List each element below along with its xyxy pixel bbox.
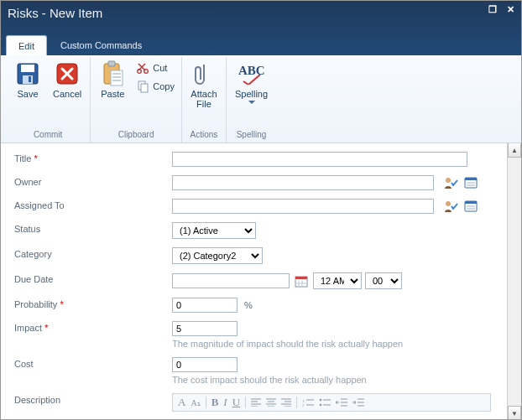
svg-point-12: [144, 70, 149, 74]
field-hint: The magnitude of impact should the risk …: [172, 339, 502, 349]
button-label: Paste: [101, 89, 124, 99]
outdent-button[interactable]: [336, 398, 347, 407]
field-label: Cost: [14, 359, 34, 369]
tab-label: Custom Commands: [60, 40, 142, 50]
ribbon-group-clipboard: Paste Cut Copy Clipboard: [91, 57, 182, 143]
align-left-button[interactable]: [251, 398, 261, 407]
highlight-button[interactable]: A₁: [191, 398, 200, 407]
maximize-button[interactable]: ❐: [487, 5, 499, 15]
owner-input[interactable]: [172, 175, 434, 190]
save-button[interactable]: Save: [11, 59, 44, 101]
scroll-up-button[interactable]: ▲: [508, 143, 521, 158]
group-label: Actions: [187, 127, 221, 143]
italic-button[interactable]: I: [223, 396, 227, 409]
row-probability: Probability * %: [14, 298, 502, 313]
spelling-icon: ABC: [238, 60, 265, 87]
paste-button[interactable]: Paste: [96, 59, 129, 101]
field-label: Impact: [14, 323, 42, 333]
align-right-button[interactable]: [281, 398, 291, 407]
tab-edit[interactable]: Edit: [6, 35, 47, 55]
vertical-scrollbar[interactable]: ▲ ▼: [507, 143, 521, 420]
cost-input[interactable]: [172, 357, 238, 372]
window-title: Risks - New Item: [8, 6, 102, 20]
svg-rect-7: [111, 70, 123, 86]
ribbon-group-commit: Save Cancel Commit: [6, 57, 91, 143]
attach-file-button[interactable]: Attach File: [187, 59, 221, 111]
svg-rect-6: [108, 61, 115, 66]
probability-input[interactable]: [172, 298, 238, 313]
group-label: Spelling: [232, 127, 271, 143]
cancel-button[interactable]: Cancel: [50, 59, 85, 101]
category-select[interactable]: (2) Category2: [172, 247, 263, 264]
svg-rect-2: [23, 75, 33, 84]
cancel-icon: [54, 60, 81, 87]
date-picker-button[interactable]: [293, 273, 310, 288]
ribbon-group-actions: Attach File Actions: [182, 57, 227, 143]
percent-label: %: [244, 300, 253, 310]
svg-text:2: 2: [302, 403, 305, 407]
title-input[interactable]: [172, 152, 467, 167]
align-center-button[interactable]: [266, 398, 276, 407]
window-header: Risks - New Item ❐ ✕ Edit Custom Command…: [1, 1, 521, 55]
svg-rect-27: [295, 277, 307, 279]
scroll-down-button[interactable]: ▼: [508, 406, 521, 420]
button-label: Cancel: [53, 89, 81, 99]
cut-button[interactable]: Cut: [134, 60, 176, 75]
assigned-to-input[interactable]: [172, 199, 434, 214]
bullet-list-button[interactable]: [319, 398, 331, 407]
svg-rect-23: [465, 201, 477, 204]
tab-label: Edit: [18, 41, 34, 51]
ribbon: Save Cancel Commit Paste: [1, 55, 521, 143]
svg-text:ABC: ABC: [238, 64, 265, 77]
dropdown-arrow-icon: [248, 101, 255, 104]
copy-icon: [136, 80, 149, 93]
separator: [206, 397, 206, 408]
field-label: Status: [14, 224, 40, 234]
field-label: Assigned To: [14, 200, 65, 210]
row-due-date: Due Date 12 AM 00: [14, 272, 502, 289]
row-cost: Cost The cost impact should the risk act…: [14, 357, 502, 385]
form-area: Title * Owner: [1, 143, 521, 420]
status-select[interactable]: (1) Active: [172, 222, 256, 239]
row-description: Description A A₁ B I U 12: [14, 393, 502, 412]
copy-button[interactable]: Copy: [134, 79, 176, 94]
person-check-icon: [443, 200, 458, 213]
row-category: Category (2) Category2: [14, 247, 502, 264]
field-label: Title: [14, 153, 31, 163]
svg-rect-1: [21, 65, 34, 72]
svg-point-16: [446, 178, 451, 183]
attach-icon: [191, 60, 217, 87]
svg-rect-18: [465, 178, 477, 180]
row-assigned-to: Assigned To: [14, 199, 502, 214]
due-date-minute-select[interactable]: 00: [365, 272, 402, 289]
svg-point-48: [320, 404, 322, 407]
ribbon-group-spelling: ABC Spelling Spelling: [227, 57, 276, 143]
due-date-input[interactable]: [172, 273, 290, 288]
spelling-button[interactable]: ABC Spelling: [232, 59, 271, 106]
button-label: Spelling: [235, 89, 268, 99]
field-label: Description: [14, 395, 60, 405]
check-names-button[interactable]: [442, 199, 459, 214]
indent-button[interactable]: [352, 398, 364, 407]
group-label: Clipboard: [96, 127, 176, 143]
underline-button[interactable]: U: [232, 396, 240, 409]
field-label: Category: [14, 249, 52, 259]
check-names-button[interactable]: [442, 175, 459, 190]
field-label: Probability: [14, 299, 57, 309]
font-color-button[interactable]: A: [178, 396, 185, 409]
browse-people-button[interactable]: [462, 175, 479, 190]
close-button[interactable]: ✕: [504, 5, 516, 15]
separator: [296, 397, 297, 408]
numbered-list-button[interactable]: 12: [302, 398, 314, 407]
browse-people-button[interactable]: [462, 199, 479, 214]
svg-point-21: [446, 201, 451, 206]
due-date-hour-select[interactable]: 12 AM: [313, 272, 362, 289]
tab-custom-commands[interactable]: Custom Commands: [49, 35, 154, 55]
cut-icon: [136, 61, 149, 75]
field-label: Owner: [14, 177, 41, 187]
impact-input[interactable]: [172, 321, 238, 336]
separator: [245, 397, 246, 408]
bold-button[interactable]: B: [211, 396, 219, 409]
svg-rect-3: [29, 76, 31, 82]
save-icon: [14, 60, 41, 87]
